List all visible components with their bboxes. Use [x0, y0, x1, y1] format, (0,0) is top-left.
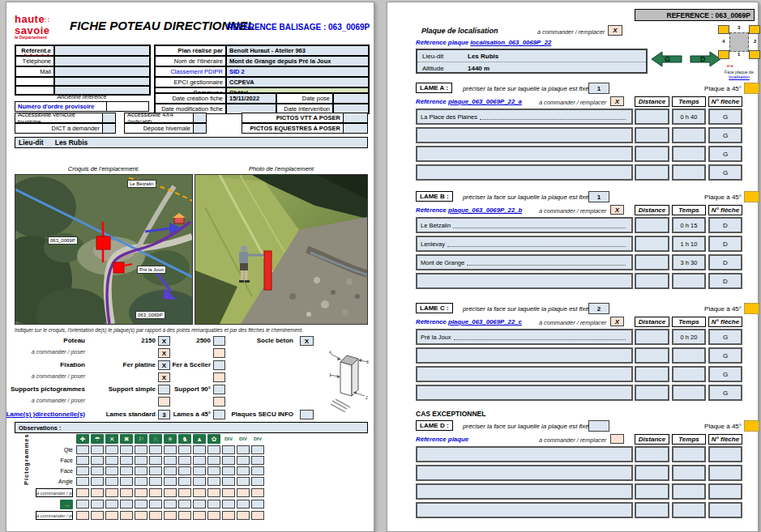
picto-cell[interactable] — [91, 445, 104, 454]
temps-cell[interactable] — [672, 146, 706, 162]
distance-cell[interactable] — [635, 329, 669, 345]
picto-cell[interactable] — [120, 488, 133, 497]
destination-cell[interactable] — [416, 127, 633, 143]
picto-cell[interactable] — [222, 477, 235, 486]
temps-cell[interactable] — [672, 446, 706, 462]
picto-cell[interactable] — [178, 500, 191, 509]
picto-cell[interactable] — [178, 466, 191, 475]
picto-cell[interactable] — [164, 511, 177, 520]
picto-cell[interactable] — [237, 511, 250, 520]
destination-cell[interactable] — [416, 483, 633, 500]
plaques-secu-box[interactable] — [300, 410, 314, 419]
empty-field[interactable] — [54, 77, 150, 86]
temps-cell[interactable] — [672, 273, 706, 289]
access-tourisme-box[interactable] — [102, 113, 115, 122]
fleche-cell[interactable]: D — [708, 254, 742, 270]
picto-cell[interactable] — [237, 445, 250, 454]
picto-cell[interactable] — [135, 456, 147, 465]
picto-cell[interactable] — [76, 511, 89, 520]
picto-cell[interactable] — [251, 456, 264, 465]
fleche-cell[interactable] — [708, 465, 742, 481]
picto-cell[interactable] — [164, 477, 177, 486]
picto-cell[interactable] — [135, 466, 147, 475]
access-4x4-box[interactable] — [193, 113, 206, 122]
loc-altitude-value[interactable]: 1440 m — [468, 65, 490, 72]
croquis-map-image[interactable]: Le Betzalin 063_0069P Pré la Joux 063_00… — [15, 174, 193, 325]
picto-cell[interactable] — [193, 488, 206, 497]
socle-beton-box[interactable]: X — [300, 336, 314, 346]
picto-cell[interactable] — [193, 445, 206, 454]
picto-cell[interactable] — [149, 477, 162, 486]
picto-cell[interactable] — [120, 500, 133, 509]
destination-cell[interactable] — [416, 347, 633, 364]
picto-cell[interactable] — [207, 445, 220, 454]
picto-cell[interactable] — [222, 511, 235, 520]
distance-cell[interactable] — [635, 127, 669, 143]
fleche-cell[interactable]: D — [708, 236, 742, 252]
picto-cell[interactable] — [237, 456, 250, 465]
plaque-commander-checkbox[interactable]: X — [608, 25, 622, 36]
loc-lieu-value[interactable]: Les Rubis — [468, 53, 498, 60]
lame-c-commander-checkbox[interactable]: X — [610, 317, 624, 326]
commander-box-2a[interactable]: X — [158, 372, 170, 382]
picto-cell[interactable] — [222, 445, 235, 454]
pictos-equestres-box[interactable] — [343, 124, 367, 133]
distance-cell[interactable] — [635, 385, 669, 401]
picto-cell[interactable] — [149, 466, 162, 475]
itineraire-value[interactable]: Mont de Grange depuis Pré la Joux — [226, 56, 369, 66]
distance-cell[interactable] — [635, 146, 669, 162]
fleche-cell[interactable] — [708, 502, 742, 518]
picto-cell[interactable] — [105, 466, 118, 475]
distance-cell[interactable] — [635, 217, 669, 233]
picto-cell[interactable] — [164, 445, 177, 454]
destination-cell[interactable] — [416, 366, 633, 382]
dict-box[interactable] — [102, 124, 115, 133]
distance-cell[interactable] — [635, 254, 669, 270]
picto-cell[interactable] — [91, 456, 104, 465]
picto-cell[interactable] — [120, 466, 133, 475]
mail-field[interactable] — [54, 66, 150, 77]
picto-cell[interactable] — [149, 511, 162, 520]
fleche-cell[interactable]: G — [708, 385, 742, 401]
commander-box-3a[interactable] — [158, 397, 170, 406]
destination-cell[interactable]: Le Betzalin — [416, 217, 633, 233]
classement-value[interactable]: SID 2 — [226, 66, 369, 77]
distance-cell[interactable] — [635, 366, 669, 382]
picto-cell[interactable] — [237, 466, 250, 475]
picto-cell[interactable] — [76, 488, 89, 497]
picto-cell[interactable] — [135, 445, 147, 454]
epci-value[interactable]: CCPEVA — [226, 77, 369, 87]
lame-a-commander-checkbox[interactable]: X — [610, 96, 624, 106]
picto-cell[interactable] — [120, 511, 133, 520]
picto-cell[interactable] — [207, 456, 220, 465]
destination-cell[interactable]: Mont de Grange — [416, 254, 633, 270]
distance-cell[interactable] — [635, 273, 669, 289]
temps-cell[interactable]: 0 h 40 — [672, 109, 706, 125]
picto-cell[interactable] — [251, 488, 264, 497]
poteau-2500-box[interactable] — [213, 336, 225, 346]
picto-cell[interactable] — [91, 477, 104, 486]
picto-cell[interactable] — [91, 488, 104, 497]
picto-cell[interactable] — [135, 477, 147, 486]
picto-cell[interactable] — [135, 511, 147, 520]
temps-cell[interactable] — [672, 366, 706, 382]
lame-d-commander-checkbox[interactable] — [610, 434, 624, 444]
picto-cell[interactable] — [149, 445, 162, 454]
picto-cell[interactable] — [91, 466, 104, 475]
picto-cell[interactable] — [237, 488, 250, 497]
picto-cell[interactable] — [91, 500, 104, 509]
fleche-cell[interactable]: G — [708, 347, 742, 364]
picto-cell[interactable] — [193, 466, 206, 475]
destination-cell[interactable] — [416, 273, 633, 289]
picto-cell[interactable] — [207, 477, 220, 486]
picto-cell[interactable] — [105, 456, 118, 465]
temps-cell[interactable]: 0 h 20 — [672, 329, 706, 345]
poteau-2150-box[interactable]: X — [158, 336, 170, 346]
distance-cell[interactable] — [635, 502, 669, 518]
picto-cell[interactable] — [178, 477, 191, 486]
picto-cell[interactable] — [251, 500, 264, 509]
picto-cell[interactable] — [149, 500, 162, 509]
picto-cell[interactable] — [120, 456, 133, 465]
support-simple-box[interactable] — [158, 385, 170, 394]
picto-cell[interactable] — [222, 456, 235, 465]
